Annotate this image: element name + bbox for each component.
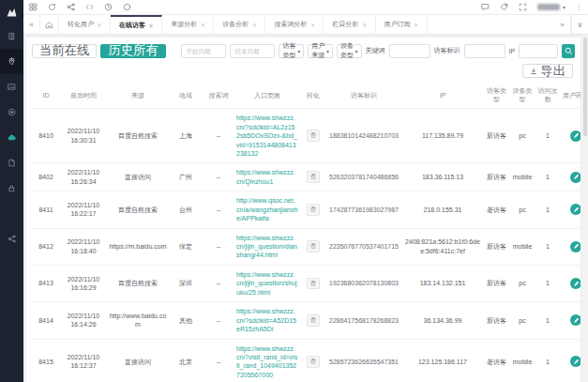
tab-close-icon[interactable]: × bbox=[149, 23, 153, 29]
cell-ip: 183.14.132.151 bbox=[401, 265, 484, 301]
cell-search-keyword: -- bbox=[203, 228, 234, 265]
visitors-table: ID最后时间来源地域搜索词入口页面转化访客标识IP访客类型设备类型访问次数用户画… bbox=[32, 82, 580, 382]
cell-id: 8410 bbox=[32, 109, 60, 163]
username-redacted bbox=[537, 4, 560, 10]
tab-close-icon[interactable]: × bbox=[98, 22, 101, 28]
tab-item-1[interactable]: 在线访客× bbox=[111, 15, 162, 34]
table-row[interactable]: 8413 2022/11/10 16:16:29 百度自然搜索 深圳 -- ht… bbox=[32, 265, 580, 301]
cell-converted: 否 bbox=[300, 228, 326, 265]
tab-item-3[interactable]: 设备分析× bbox=[214, 15, 265, 34]
table-row[interactable]: 8412 2022/11/10 16:18:40 https://m.baidu… bbox=[32, 228, 580, 265]
status-circle-icon[interactable] bbox=[123, 3, 131, 11]
tab-item-0[interactable]: 转化用户× bbox=[59, 15, 111, 34]
cell-region: 上海 bbox=[169, 109, 203, 163]
cell-converted: 否 bbox=[300, 191, 326, 228]
user-profile-edit-button[interactable] bbox=[570, 130, 580, 142]
tab-close-icon[interactable]: × bbox=[362, 22, 366, 28]
user-profile-edit-button[interactable] bbox=[570, 204, 580, 215]
entry-page-link[interactable]: https://www.shwzzz.cn/?visit_rand_id=vis… bbox=[236, 344, 298, 380]
export-button[interactable]: 导出 bbox=[522, 64, 573, 78]
entry-page-link[interactable]: https://www.shwzzz.cn/?sdclkid=AL2z152sb… bbox=[236, 114, 298, 158]
visitor-type-select[interactable]: 访客类型 ▾ bbox=[279, 44, 304, 58]
table-row[interactable]: 8414 2022/11/10 16:14:26 http://www.baid… bbox=[32, 302, 580, 339]
tab-item-5[interactable]: 栏目分析× bbox=[324, 15, 375, 34]
cell-region: 保定 bbox=[169, 228, 203, 265]
vertical-scrollbar[interactable] bbox=[582, 35, 588, 382]
code-icon[interactable] bbox=[85, 3, 94, 11]
sidebar-item-1[interactable] bbox=[0, 49, 23, 74]
table-row[interactable]: 8402 2022/11/10 16:26:34 直接访问 广州 -- http… bbox=[32, 163, 580, 191]
cell-entry-page: http://www.qsoc.net.cn/a/wangzhanjianshe… bbox=[234, 191, 300, 228]
ip-label: IP bbox=[509, 48, 516, 54]
history-clock-icon[interactable] bbox=[104, 3, 113, 11]
entry-page-link[interactable]: https://www.shwzzz.cn/?sdclkid=A52D15eR1… bbox=[236, 307, 298, 333]
tab-item-6[interactable]: 用户订阅× bbox=[376, 15, 428, 34]
cell-visitor-id: 2286417568178268823 bbox=[326, 302, 401, 339]
chat-bubble-icon[interactable] bbox=[481, 3, 490, 11]
cell-visit-count: 1 bbox=[535, 109, 560, 163]
sidebar-item-5[interactable] bbox=[0, 150, 23, 176]
share-nodes-icon[interactable] bbox=[67, 3, 75, 11]
entry-page-link[interactable]: http://www.qsoc.net.cn/a/wangzhanjianshe… bbox=[236, 196, 298, 222]
sidebar-item-7[interactable] bbox=[0, 201, 23, 226]
cell-ip: 2408:821a:5612:b1f0:6dee:5df6:411c:7ef bbox=[401, 228, 484, 265]
home-icon[interactable] bbox=[40, 15, 59, 34]
kebab-menu-icon[interactable]: ⋮ bbox=[576, 4, 582, 11]
cell-ip: 218.0.155.31 bbox=[401, 191, 484, 228]
tab-item-4[interactable]: 搜索词分析× bbox=[265, 15, 324, 34]
tag-icon[interactable] bbox=[500, 3, 508, 11]
sidebar-item-3[interactable] bbox=[0, 99, 23, 125]
user-profile-edit-button[interactable] bbox=[570, 172, 580, 183]
end-date-input[interactable] bbox=[230, 44, 275, 58]
entry-page-link[interactable]: https://www.shwzzz.cn/jijin_question/shu… bbox=[236, 270, 298, 297]
user-profile-edit-button[interactable] bbox=[570, 278, 580, 289]
visitor-id-input[interactable] bbox=[464, 44, 505, 58]
cell-last-time: 2022/11/10 16:26:34 bbox=[60, 163, 107, 191]
user-source-select[interactable]: 用户来源 ▾ bbox=[308, 44, 333, 58]
column-header: 设备类型 bbox=[509, 82, 535, 109]
tabs-overflow-icon[interactable]: » bbox=[554, 15, 571, 34]
cloud-icon bbox=[8, 133, 16, 142]
sidebar-item-4[interactable] bbox=[0, 125, 23, 150]
cell-entry-page: https://www.shwzzz.cn/Qinzhou1 bbox=[234, 163, 300, 191]
user-profile-edit-button[interactable] bbox=[570, 356, 580, 367]
tab-close-icon[interactable]: × bbox=[201, 22, 204, 28]
cell-converted: 否 bbox=[300, 163, 326, 191]
ip-input[interactable] bbox=[519, 44, 558, 58]
user-menu[interactable]: ▾ bbox=[537, 4, 565, 10]
cell-device-type: pc bbox=[509, 265, 535, 301]
table-row[interactable]: 8410 2022/11/10 16:30:31 百度自然搜索 上海 -- ht… bbox=[32, 109, 580, 163]
cell-search-keyword: -- bbox=[203, 191, 234, 228]
table-row[interactable]: 8411 2022/11/10 16:22:17 百度自然搜索 台州 -- ht… bbox=[32, 191, 580, 228]
grid-icon[interactable] bbox=[29, 3, 38, 11]
start-date-input[interactable] bbox=[181, 44, 226, 58]
tab-item-2[interactable]: 来源分析× bbox=[162, 15, 214, 34]
visitor-id-label: 访客标识 bbox=[434, 46, 460, 55]
tab-close-icon[interactable]: × bbox=[415, 22, 418, 28]
tab-close-icon[interactable]: × bbox=[252, 22, 256, 28]
sidebar-item-2[interactable] bbox=[0, 74, 23, 99]
sidebar-item-8[interactable] bbox=[0, 226, 23, 252]
refresh-icon[interactable] bbox=[48, 3, 56, 11]
sidebar-item-0[interactable] bbox=[0, 23, 23, 49]
history-all-button[interactable]: 历史所有 bbox=[100, 44, 165, 58]
entry-page-link[interactable]: https://www.shwzzz.cn/Qinzhou1 bbox=[236, 168, 298, 186]
sidebar-item-6[interactable] bbox=[0, 176, 23, 201]
entry-page-link[interactable]: https://www.shwzzz.cn/jijin_question/dia… bbox=[236, 234, 298, 260]
fullscreen-icon[interactable] bbox=[519, 3, 527, 11]
keyword-input[interactable] bbox=[389, 44, 430, 58]
tab-close-icon[interactable]: × bbox=[310, 22, 314, 28]
collapse-sidebar-icon[interactable]: « bbox=[23, 15, 40, 34]
tabs-dropdown-icon[interactable]: ∨ bbox=[571, 15, 588, 34]
cell-source: http://www.baidu.com bbox=[107, 302, 169, 339]
search-button[interactable] bbox=[562, 44, 575, 58]
cell-search-keyword: -- bbox=[203, 339, 234, 382]
current-online-button[interactable]: 当前在线 bbox=[32, 44, 97, 58]
scrollbar-thumb[interactable] bbox=[583, 38, 587, 136]
table-row[interactable]: 8415 2022/11/10 16:12:37 直接访问 北京 -- http… bbox=[32, 339, 580, 382]
user-profile-edit-button[interactable] bbox=[570, 314, 580, 326]
column-header: 地域 bbox=[169, 82, 203, 109]
cell-entry-page: https://www.shwzzz.cn/?sdclkid=AL2z152sb… bbox=[234, 109, 300, 163]
device-type-select[interactable]: 设备类型 ▾ bbox=[337, 44, 362, 58]
user-profile-edit-button[interactable] bbox=[570, 241, 580, 252]
